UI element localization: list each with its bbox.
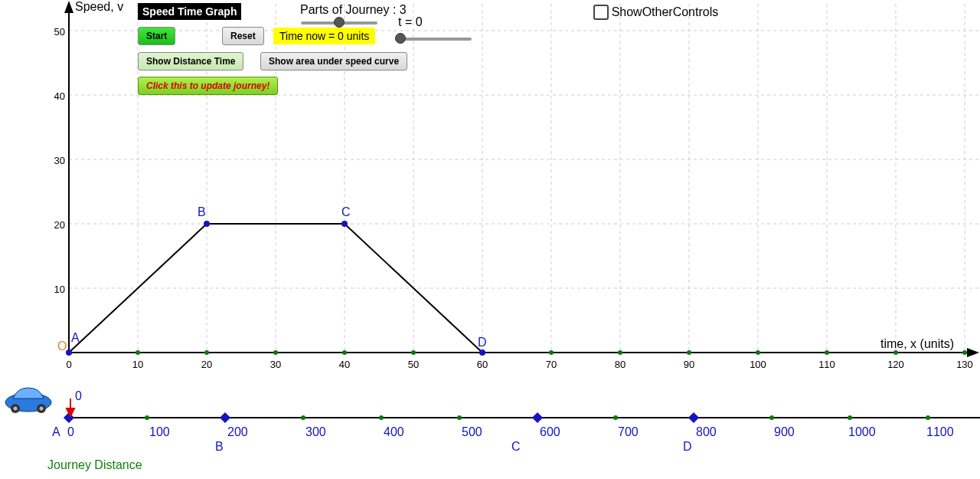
svg-point-48 <box>769 415 774 420</box>
dist-point-D: D <box>683 440 692 454</box>
slider-thumb-icon[interactable] <box>334 17 345 28</box>
svg-rect-54 <box>688 412 699 423</box>
checkbox-icon[interactable] <box>593 5 609 20</box>
dist-tick: 0 <box>67 425 74 439</box>
update-journey-button[interactable]: Click this to update journey! <box>138 77 278 95</box>
ytick: 30 <box>46 155 65 166</box>
dist-tick: 800 <box>696 425 717 439</box>
slider-thumb-icon[interactable] <box>395 33 406 44</box>
xtick: 100 <box>743 359 773 370</box>
svg-point-33 <box>962 350 967 355</box>
svg-rect-52 <box>220 412 230 423</box>
svg-point-36 <box>341 221 348 227</box>
xtick: 50 <box>398 359 429 370</box>
point-B-label: B <box>198 205 206 219</box>
dist-tick: 700 <box>618 425 639 439</box>
dist-point-A: A <box>52 425 60 439</box>
xtick: 30 <box>260 359 291 370</box>
x-axis-label: time, x (units) <box>880 337 954 351</box>
xtick: 90 <box>674 359 704 370</box>
svg-point-35 <box>204 221 210 227</box>
show-other-controls[interactable]: ShowOtherControls <box>593 5 718 20</box>
dist-tick: 100 <box>149 425 170 439</box>
svg-point-49 <box>848 415 852 420</box>
point-C-label: C <box>341 205 351 219</box>
svg-point-25 <box>411 350 416 355</box>
svg-point-43 <box>379 415 384 420</box>
point-A-label: A <box>71 331 80 345</box>
xtick: 10 <box>122 359 153 370</box>
xtick: 110 <box>812 359 842 370</box>
svg-point-31 <box>825 350 829 355</box>
current-position-label: 0 <box>75 389 82 403</box>
start-button[interactable]: Start <box>138 27 175 45</box>
dist-tick: 900 <box>774 425 795 439</box>
t-label: t = 0 <box>398 15 423 29</box>
origin-label: O <box>57 340 67 353</box>
svg-point-22 <box>204 350 209 355</box>
xtick: 130 <box>949 359 980 370</box>
ytick: 20 <box>46 219 65 231</box>
svg-point-23 <box>273 350 278 355</box>
ytick: 10 <box>46 284 65 295</box>
xtick: 70 <box>536 359 567 370</box>
dist-tick: 500 <box>462 425 482 439</box>
journey-distance-label: Journey Distance <box>47 458 142 472</box>
dist-point-C: C <box>511 440 521 454</box>
xtick: 60 <box>467 359 498 370</box>
t-slider[interactable] <box>395 38 472 41</box>
ytick: 50 <box>46 26 65 38</box>
xtick: 0 <box>54 359 84 370</box>
xtick: 120 <box>880 359 911 370</box>
svg-point-61 <box>40 407 44 411</box>
svg-point-27 <box>549 350 554 355</box>
svg-point-46 <box>613 415 618 420</box>
svg-point-21 <box>136 350 140 355</box>
y-axis-label: Speed, v <box>75 0 123 14</box>
svg-point-37 <box>479 349 485 356</box>
svg-point-59 <box>14 407 18 411</box>
xtick: 80 <box>605 359 635 370</box>
show-area-button[interactable]: Show area under speed curve <box>260 52 407 71</box>
parts-of-journey-label: Parts of Journey : 3 <box>300 3 407 17</box>
dist-tick: 400 <box>384 425 404 439</box>
dist-tick: 600 <box>540 425 560 439</box>
show-distance-time-button[interactable]: Show Distance Time <box>138 52 243 71</box>
svg-point-28 <box>618 350 622 355</box>
xtick: 40 <box>329 359 360 370</box>
dist-tick: 1100 <box>926 425 954 439</box>
svg-point-42 <box>301 415 305 420</box>
time-now-display: Time now = 0 units <box>273 28 375 44</box>
dist-tick: 1000 <box>848 425 876 439</box>
chart-title: Speed Time Graph <box>138 3 241 20</box>
svg-point-40 <box>145 415 149 420</box>
point-D-label: D <box>478 336 487 349</box>
svg-point-30 <box>756 350 760 355</box>
dist-tick: 300 <box>305 425 326 439</box>
dist-point-B: B <box>215 440 224 454</box>
car-icon <box>2 383 55 414</box>
svg-point-29 <box>687 350 691 355</box>
parts-slider[interactable] <box>301 21 377 25</box>
svg-rect-53 <box>532 412 543 423</box>
show-other-label: ShowOtherControls <box>612 5 719 18</box>
svg-point-24 <box>342 350 347 355</box>
svg-point-50 <box>926 415 930 420</box>
ytick: 40 <box>46 90 65 102</box>
dist-tick: 200 <box>227 425 248 439</box>
reset-button[interactable]: Reset <box>222 27 264 45</box>
xtick: 20 <box>191 359 222 370</box>
svg-point-44 <box>457 415 462 420</box>
